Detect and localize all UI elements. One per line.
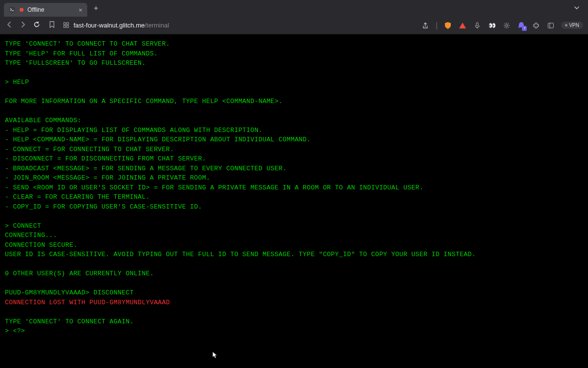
terminal-line: > HELP [5,78,583,87]
terminal-line: CONNECTING... [5,231,583,240]
prompt-symbol: > [5,326,13,336]
terminal-line: - HELP = FOR DISPLAYING LIST OF COMMANDS… [5,126,583,135]
terminal-line: TYPE 'CONNECT' TO CONNECT AGAIN. [5,317,583,327]
terminal-line: PUUD-GM8YMUNDLYVAAAD> DISCONNECT [5,288,583,298]
terminal-line: - CLEAR = FOR CLEARING THE TERMINAL. [5,192,583,202]
terminal-line: 0 OTHER USER(S) ARE CURRENTLY ONLINE. [5,269,583,279]
tab-title: Offline [27,6,74,13]
terminal-line: - HELP <COMMAND-NAME> = FOR DISPLAYING D… [5,135,583,145]
forward-button[interactable] [19,21,27,29]
terminal-line [5,307,583,317]
extension-badge-icon[interactable]: 7 [517,21,526,30]
reload-button[interactable] [32,21,41,29]
new-tab-button[interactable]: + [91,4,101,13]
vpn-label: VPN [569,23,579,28]
terminal-line: - DISCONNECT = FOR DISCONNECTING FROM CH… [5,154,583,164]
svg-rect-0 [9,7,15,13]
terminal-line: FOR MORE INFORMATION ON A SPECIFIC COMMA… [5,97,583,106]
tab-close-button[interactable]: × [78,6,82,14]
terminal-output[interactable]: TYPE 'CONNECT' TO CONNECT TO CHAT SERVER… [0,34,588,368]
terminal-line [5,87,583,97]
terminal-line: TYPE 'HELP' FOR FULL LIST OF COMMANDS. [5,49,583,59]
terminal-line [5,68,583,78]
terminal-line: USER ID IS CASE-SENSITIVE. AVOID TYPING … [5,250,583,260]
site-settings-icon[interactable] [63,22,70,29]
url-path: /terminal [145,22,169,29]
svg-rect-4 [67,26,69,27]
svg-rect-2 [67,23,69,25]
warning-icon[interactable] [458,21,467,30]
svg-rect-3 [64,26,66,27]
svg-rect-7 [548,23,554,28]
extension-mic-icon[interactable] [473,21,482,30]
terminal-line: - CONNECT = FOR CONNECTING TO CHAT SERVE… [5,145,583,155]
vpn-button[interactable]: VPN [561,22,583,29]
terminal-prompt[interactable]: > [5,326,583,336]
sidebar-icon[interactable] [546,21,555,30]
browser-toolbar: fast-four-walnut.glitch.me/terminal | 👀 … [0,17,588,34]
url-text[interactable]: fast-four-walnut.glitch.me/terminal [74,22,169,29]
terminal-line: - SEND <ROOM ID OR USER'S SOCKET ID> = F… [5,183,583,193]
svg-rect-5 [476,23,478,26]
browser-titlebar: Offline × + [0,0,588,17]
extensions-icon[interactable] [532,21,540,30]
terminal-line: CONNECTION SECURE. [5,240,583,250]
terminal-line: > CONNECT [5,221,583,231]
back-button[interactable] [5,21,14,29]
svg-point-6 [506,24,508,26]
address-bar[interactable]: fast-four-walnut.glitch.me/terminal [60,19,416,32]
share-icon[interactable] [421,21,430,30]
extension-gear-icon[interactable] [502,21,511,30]
extension-badge-count: 7 [522,26,527,31]
terminal-line [5,279,583,289]
terminal-line: CONNECTION LOST WITH PUUD-GM8YMUNDLYVAAA… [5,298,583,308]
terminal-line [5,106,583,116]
terminal-line [5,211,583,221]
terminal-line: - COPY_ID = FOR COPYING USER'S CASE-SENS… [5,202,583,212]
terminal-line: - BROADCAST <MESSAGE> = FOR SENDING A ME… [5,164,583,174]
terminal-line: - JOIN_ROOM <MESSAGE> = FOR JOINING A PR… [5,173,583,183]
shields-icon[interactable] [443,21,452,30]
terminal-line: TYPE 'FULLSCREEN' TO GO FULLSCREEN. [5,58,583,68]
window-chevron-icon[interactable] [573,4,584,13]
terminal-line [5,260,583,269]
toolbar-right: | 👀 7 VPN [421,21,583,30]
offline-status-dot-icon [20,8,24,12]
terminal-line: TYPE 'CONNECT' TO CONNECT TO CHAT SERVER… [5,39,583,49]
bookmark-icon[interactable] [49,21,55,29]
browser-tab[interactable]: Offline × [4,3,87,17]
url-host: fast-four-walnut.glitch.me [74,22,145,29]
terminal-line: AVAILABLE COMMANDS: [5,116,583,126]
terminal-input[interactable] [13,326,91,336]
vpn-status-dot-icon [565,24,567,26]
terminal-icon [9,6,16,13]
svg-rect-1 [64,23,66,25]
extension-eyes-icon[interactable]: 👀 [488,21,496,30]
